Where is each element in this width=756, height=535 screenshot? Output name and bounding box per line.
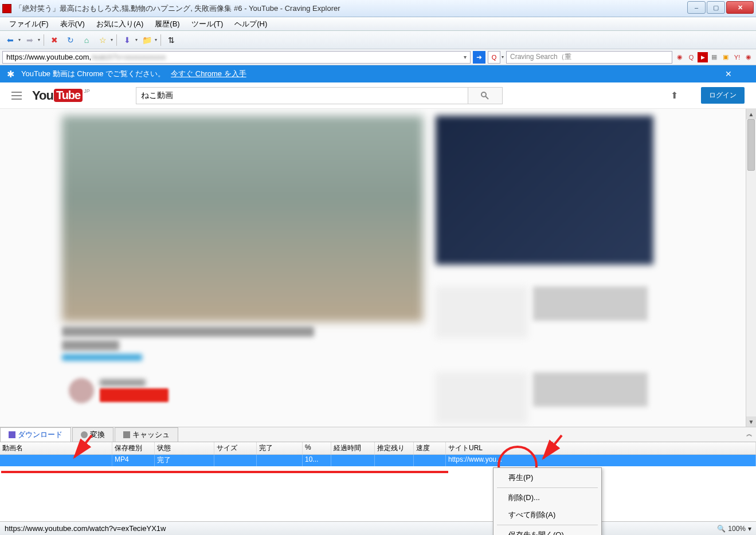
yahoo-icon[interactable]: Y!: [732, 52, 742, 62]
youtube-icon[interactable]: ▶: [698, 52, 708, 62]
security-icon[interactable]: Q: [488, 51, 500, 64]
context-menu: 再生(P) 削除(D)... すべて削除(A) 保存先を開く(O): [493, 467, 602, 535]
addressbar: https://www.youtube.com, /watch?v=xxxxxx…: [0, 49, 756, 65]
subscribe-button[interactable]: [100, 388, 169, 402]
logo-you: You: [32, 88, 53, 103]
col-remain[interactable]: 推定残り: [375, 442, 414, 454]
cell-state: 完了: [155, 455, 214, 466]
forward-button[interactable]: ➡: [23, 33, 37, 47]
upload-icon[interactable]: ⬆: [671, 90, 678, 101]
col-speed[interactable]: 速度: [414, 442, 446, 454]
minimize-button[interactable]: –: [687, 1, 706, 14]
menu-help[interactable]: ヘルプ(H): [229, 18, 273, 30]
cell-done: [257, 455, 303, 466]
col-percent[interactable]: %: [303, 442, 331, 454]
back-button[interactable]: ⬅: [3, 33, 17, 47]
col-state[interactable]: 状態: [155, 442, 214, 454]
search-input[interactable]: Craving Search（重: [506, 51, 672, 64]
video-player[interactable]: [62, 116, 423, 322]
col-type[interactable]: 保存種別: [112, 442, 155, 454]
menu-view[interactable]: 表示(V): [54, 18, 91, 30]
tab-download[interactable]: ダウンロード: [0, 427, 71, 442]
zoom-control[interactable]: 🔍 100% ▾: [717, 525, 751, 533]
col-done[interactable]: 完了: [257, 442, 303, 454]
col-name[interactable]: 動画名: [0, 442, 112, 454]
cell-type: MP4: [112, 455, 155, 466]
video-title-blur: [62, 326, 314, 337]
svg-line-1: [485, 96, 488, 99]
youtube-search-input[interactable]: [136, 87, 468, 104]
url-input[interactable]: https://www.youtube.com, /watch?v=xxxxxx…: [2, 51, 471, 64]
back-dropdown-icon[interactable]: ▾: [18, 37, 21, 42]
channel-name-blur: [100, 379, 146, 386]
notice-close-icon[interactable]: ✕: [725, 69, 732, 78]
tab-convert[interactable]: 変換: [72, 427, 113, 442]
scroll-thumb[interactable]: [747, 119, 755, 171]
url-dropdown-icon[interactable]: ▾: [464, 54, 467, 60]
star-icon: ✱: [7, 69, 14, 80]
scroll-down-icon[interactable]: ▼: [746, 416, 756, 427]
ctx-open-folder[interactable]: 保存先を開く(O): [495, 526, 600, 535]
ctx-play[interactable]: 再生(P): [495, 469, 600, 486]
ctx-delete-all[interactable]: すべて削除(A): [495, 506, 600, 524]
panel-expand-icon[interactable]: ︽: [746, 430, 753, 438]
col-url[interactable]: サイトURL: [446, 442, 756, 454]
quick-icon-4[interactable]: ▦: [709, 52, 719, 62]
quick-icon-5[interactable]: ▣: [720, 52, 731, 62]
col-elapsed[interactable]: 経過時間: [331, 442, 375, 454]
download-dropdown-icon[interactable]: ▾: [135, 37, 138, 42]
go-button[interactable]: ➜: [473, 51, 485, 64]
tab-cache[interactable]: キャッシュ: [115, 427, 178, 442]
stop-button[interactable]: ✖: [48, 33, 61, 47]
folder-dropdown-icon[interactable]: ▾: [155, 37, 157, 42]
favorites-dropdown-icon[interactable]: ▾: [111, 37, 113, 42]
chrome-notice-text: YouTube 動画は Chrome でご覧ください。: [21, 69, 165, 79]
login-button[interactable]: ログイン: [701, 87, 745, 104]
chrome-install-link[interactable]: 今すぐ Chrome を入手: [171, 69, 246, 79]
url-text: https://www.youtube.com,: [6, 53, 91, 61]
forward-dropdown-icon[interactable]: ▾: [38, 37, 40, 42]
reload-button[interactable]: ↻: [64, 33, 77, 47]
download-row[interactable]: MP4 完了 10... https://www.you...: [0, 455, 756, 466]
menu-file[interactable]: ファイル(F): [3, 18, 54, 30]
download-tab-icon: [9, 431, 15, 438]
cell-speed: [414, 455, 446, 466]
video-subtitle-blur: [62, 340, 119, 351]
rakuten-icon[interactable]: ◉: [743, 52, 754, 62]
favorites-button[interactable]: ☆: [96, 33, 109, 47]
window-title: 「絶対笑う」最高におもしろ犬,猫,動物のハプニング, 失敗画像集 #6 - Yo…: [15, 3, 754, 14]
youtube-search-button[interactable]: [468, 87, 503, 104]
zoom-dropdown-icon[interactable]: ▾: [748, 525, 751, 533]
logo-jp: JP: [84, 88, 90, 94]
download-panel: ダウンロード 変換 キャッシュ ︽ 動画名 保存種別 状態 サイズ 完了 % 経…: [0, 427, 756, 509]
cache-tab-icon: [123, 431, 130, 438]
youtube-search: [136, 87, 503, 104]
video-info: [62, 326, 423, 364]
close-button[interactable]: ✕: [726, 1, 754, 14]
scroll-up-icon[interactable]: ▲: [746, 109, 756, 119]
sidebar-ad[interactable]: [436, 116, 653, 265]
status-url: https://www.youtube.com/watch?v=exTecieY…: [5, 524, 166, 533]
download-button[interactable]: ⬇: [120, 33, 134, 47]
cell-percent: 10...: [303, 455, 331, 466]
related-video-2[interactable]: [436, 372, 527, 424]
hamburger-icon[interactable]: [11, 92, 22, 100]
menu-history[interactable]: 履歴(B): [149, 18, 185, 30]
col-size[interactable]: サイズ: [214, 442, 257, 454]
menu-favorites[interactable]: お気に入り(A): [91, 18, 149, 30]
quick-icon-2[interactable]: Q: [686, 52, 696, 62]
channel-avatar[interactable]: [69, 378, 94, 403]
maximize-button[interactable]: ▢: [707, 1, 725, 14]
vertical-scrollbar[interactable]: ▲ ▼: [746, 109, 756, 427]
url-blurred: /watch?v=xxxxxxxxxxx: [91, 53, 166, 61]
security-dropdown-icon[interactable]: ▾: [502, 54, 504, 60]
home-button[interactable]: ⌂: [80, 33, 93, 47]
tab-download-label: ダウンロード: [18, 430, 62, 440]
related-video-1[interactable]: [436, 286, 527, 338]
menu-tools[interactable]: ツール(T): [186, 18, 229, 30]
folder-button[interactable]: 📁: [140, 33, 154, 47]
youtube-logo[interactable]: You Tube JP: [32, 88, 90, 103]
settings-button[interactable]: ⇅: [164, 33, 178, 47]
ctx-delete[interactable]: 削除(D)...: [495, 489, 600, 506]
quick-icon-1[interactable]: ◉: [675, 52, 685, 62]
